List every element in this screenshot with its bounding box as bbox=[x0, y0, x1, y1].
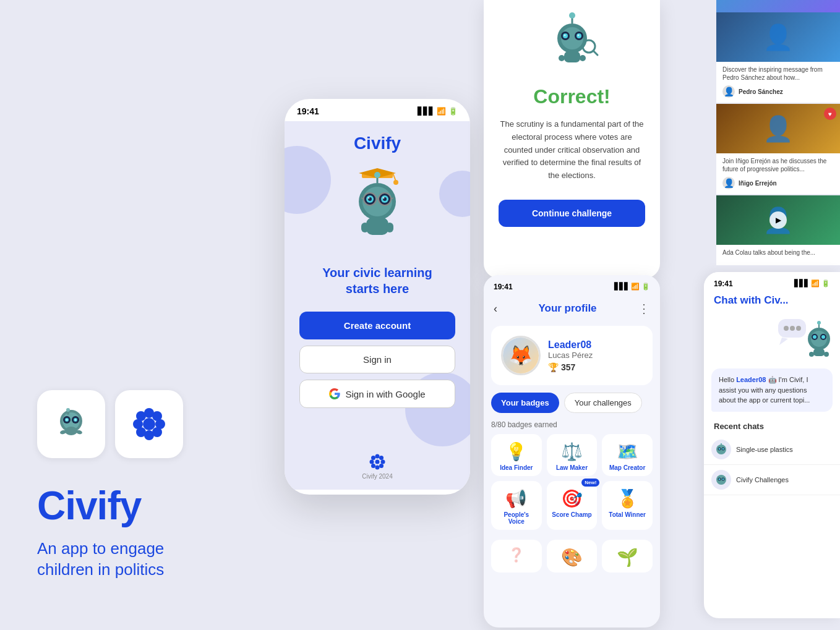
badges-grid-row1: 💡 Idea Finder ⚖️ Law Maker 🗺️ Map Creato… bbox=[484, 434, 660, 476]
svg-point-95 bbox=[719, 478, 721, 480]
chat-robot-icon bbox=[777, 314, 833, 364]
video-info-2: Join Iñigo Errejón as he discusses the f… bbox=[716, 153, 840, 194]
profile-title: Your profile bbox=[538, 302, 596, 315]
svg-point-41 bbox=[374, 172, 380, 178]
svg-point-12 bbox=[75, 419, 77, 421]
svg-point-72 bbox=[796, 326, 801, 331]
trophy-icon: 🏆 bbox=[548, 362, 559, 372]
video-card-3[interactable]: ♥ 👤 ▶ Ada Colau talks about being the... bbox=[716, 195, 840, 265]
chat-item-1[interactable]: Single-use plastics bbox=[704, 435, 840, 465]
phone-logo: Civify bbox=[354, 134, 401, 153]
svg-point-45 bbox=[375, 460, 380, 464]
svg-point-49 bbox=[381, 460, 385, 464]
svg-point-26 bbox=[393, 180, 398, 185]
badge-unknown-2: 🎨 bbox=[547, 540, 598, 573]
flower-icon-card bbox=[115, 390, 183, 458]
svg-point-79 bbox=[821, 335, 825, 339]
badges-grid-row2: 📢 People's Voice New! 🎯 Score Champ 🏅 To… bbox=[484, 476, 660, 530]
profile-info: Leader08 Lucas Pérez 🏆 357 bbox=[548, 339, 643, 372]
svg-point-71 bbox=[790, 326, 795, 331]
svg-rect-44 bbox=[386, 223, 393, 232]
profile-screen: 19:41 ▋▋▋ 📶 🔋 ‹ Your profile ⋮ 🦊 Leader0… bbox=[484, 275, 660, 628]
continue-challenge-button[interactable]: Continue challenge bbox=[499, 200, 645, 227]
phone-status-bar: 19:41 ▋▋▋ 📶 🔋 bbox=[285, 99, 470, 121]
sign-in-button[interactable]: Sign in bbox=[299, 346, 455, 373]
svg-point-78 bbox=[813, 335, 816, 339]
video-thumbnail-1: 👤 bbox=[716, 12, 840, 62]
chat-bubble-area: Hello Leader08 🤖 I'm Civif, I assist you… bbox=[704, 368, 840, 417]
author-name-1: Pedro Sánchez bbox=[739, 88, 783, 95]
phone-robot-hero bbox=[334, 160, 421, 258]
svg-marker-73 bbox=[779, 338, 788, 345]
phone-mockup: 19:41 ▋▋▋ 📶 🔋 Civify bbox=[285, 99, 470, 495]
svg-point-18 bbox=[136, 411, 146, 421]
svg-line-68 bbox=[593, 51, 598, 55]
svg-rect-42 bbox=[366, 218, 388, 235]
author-avatar-1: 👤 bbox=[722, 85, 735, 98]
correct-robot-icon bbox=[538, 12, 606, 80]
sign-in-google-button[interactable]: Sign in with Google bbox=[299, 380, 455, 408]
play-button-3[interactable]: ▶ bbox=[769, 211, 787, 229]
create-account-button[interactable]: Create account bbox=[299, 312, 455, 339]
badge-total-winner: 🏅 Total Winner bbox=[602, 481, 653, 530]
svg-rect-65 bbox=[559, 55, 565, 61]
svg-point-91 bbox=[721, 443, 722, 444]
svg-point-20 bbox=[152, 411, 162, 421]
app-icons bbox=[37, 390, 272, 458]
profile-menu-button[interactable]: ⋮ bbox=[638, 301, 650, 316]
phone-footer: Civify 2024 bbox=[362, 453, 392, 480]
robot-icon-card bbox=[37, 390, 105, 458]
svg-point-92 bbox=[716, 475, 726, 485]
video-info-1: Discover the inspiring message from Pedr… bbox=[716, 62, 840, 103]
civify-bot-icon-2 bbox=[715, 474, 727, 486]
phone-frame: 19:41 ▋▋▋ 📶 🔋 Civify bbox=[285, 99, 470, 495]
badge-new-label: New! bbox=[581, 479, 599, 487]
svg-point-81 bbox=[817, 321, 821, 325]
svg-point-22 bbox=[143, 418, 155, 430]
challenges-tab[interactable]: Your challenges bbox=[564, 393, 642, 413]
profile-username: Leader08 bbox=[548, 339, 643, 351]
phone-status-icons: ▋▋▋ 📶 🔋 bbox=[418, 107, 458, 116]
avatar-image: 🦊 bbox=[503, 338, 539, 373]
video-card-1[interactable]: 👤 Discover the inspiring message from Pe… bbox=[716, 12, 840, 103]
chat-item-2[interactable]: Civify Challenges bbox=[704, 465, 840, 495]
video-desc-3: Ada Colau talks about being the... bbox=[722, 249, 834, 257]
svg-point-36 bbox=[383, 197, 385, 199]
chat-robot-area bbox=[704, 314, 840, 364]
author-name-2: Iñigo Errejón bbox=[739, 180, 777, 187]
svg-point-89 bbox=[722, 448, 724, 449]
video-desc-1: Discover the inspiring message from Pedr… bbox=[722, 66, 834, 82]
svg-point-48 bbox=[370, 460, 374, 464]
chat-item-text-1: Single-use plastics bbox=[736, 446, 793, 453]
heart-badge-2: ♥ bbox=[824, 108, 836, 120]
chat-bot-avatar-1 bbox=[711, 440, 731, 459]
video-top-strip bbox=[716, 0, 840, 12]
badge-idea-finder: 💡 Idea Finder bbox=[491, 434, 542, 476]
svg-point-21 bbox=[136, 427, 146, 437]
svg-point-8 bbox=[65, 427, 77, 435]
svg-point-62 bbox=[564, 35, 565, 36]
svg-rect-66 bbox=[580, 55, 586, 61]
svg-point-50 bbox=[371, 456, 375, 460]
back-arrow-button[interactable]: ‹ bbox=[494, 302, 497, 315]
avatar: 🦊 bbox=[501, 336, 541, 375]
video-desc-2: Join Iñigo Errejón as he discusses the f… bbox=[722, 157, 834, 173]
phone-time: 19:41 bbox=[297, 106, 319, 116]
profile-card: 🦊 Leader08 Lucas Pérez 🏆 357 bbox=[491, 326, 653, 385]
chat-item-text-2: Civify Challenges bbox=[736, 476, 789, 483]
chat-bubble: Hello Leader08 🤖 I'm Civif, I assist you… bbox=[711, 368, 833, 412]
phone-footer-text: Civify 2024 bbox=[362, 473, 392, 480]
chat-status-bar: 19:41 ▋▋▋📶🔋 bbox=[704, 272, 840, 292]
video-card-2[interactable]: ♥ 👤 Join Iñigo Errejón as he discusses t… bbox=[716, 104, 840, 194]
video-info-3: Ada Colau talks about being the... bbox=[716, 245, 840, 265]
flower-icon bbox=[131, 406, 168, 443]
right-videos-panel: 👤 Discover the inspiring message from Pe… bbox=[716, 0, 840, 266]
svg-point-52 bbox=[379, 456, 384, 460]
robot-mascot-icon bbox=[49, 402, 93, 446]
chat-screen: 19:41 ▋▋▋📶🔋 Chat with Civ... bbox=[704, 272, 840, 618]
svg-rect-83 bbox=[809, 352, 814, 357]
svg-point-51 bbox=[379, 464, 384, 468]
badge-score-champ: New! 🎯 Score Champ bbox=[547, 481, 598, 530]
badges-tab[interactable]: Your badges bbox=[491, 393, 559, 413]
svg-point-70 bbox=[784, 326, 789, 331]
